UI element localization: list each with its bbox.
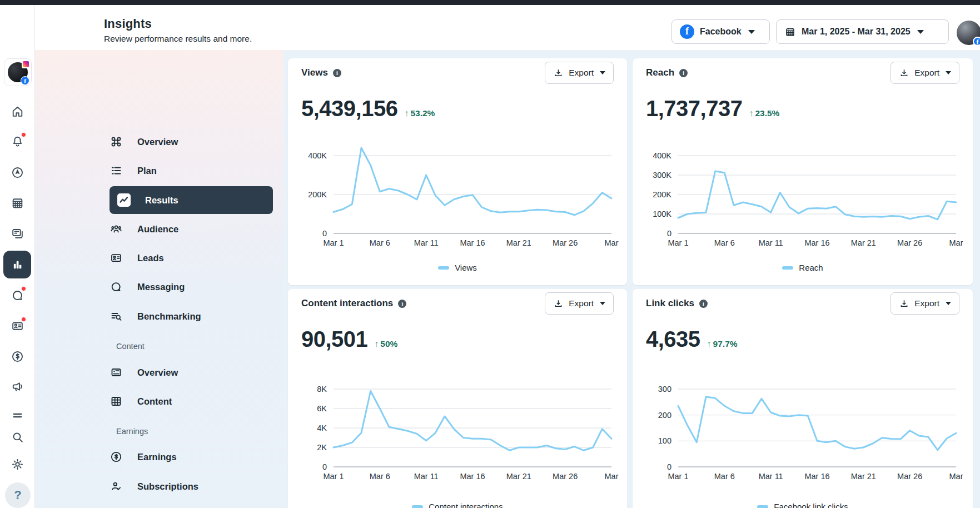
metric-delta-value: 23.5%	[755, 108, 779, 118]
info-icon[interactable]: i	[679, 69, 688, 77]
data-line	[334, 391, 611, 451]
sidebar-item-benchmarking[interactable]: Benchmarking	[110, 304, 273, 328]
content-interactions-chart[interactable]: 02K4K6K8KMar 1Mar 6Mar 11Mar 16Mar 21Mar…	[295, 378, 620, 486]
planner-icon[interactable]	[7, 192, 28, 213]
x-tick-label: Mar 16	[460, 238, 485, 247]
sidebar-item-content[interactable]: Content	[110, 389, 273, 414]
legend-label: Reach	[799, 263, 823, 272]
meta-business-suite-insights: ∞ Insights Review performance results an…	[0, 0, 980, 508]
x-tick-label: Mar 1	[323, 472, 344, 481]
left-rail: f ?	[0, 5, 35, 508]
reach-chart[interactable]: 0100K200K300K400KMar 1Mar 6Mar 11Mar 16M…	[639, 145, 965, 252]
y-tick-label: 200K	[653, 190, 671, 199]
chevron-down-icon	[917, 30, 924, 34]
sidebar-item-leads[interactable]: Leads	[110, 246, 273, 270]
x-tick-label: Mar	[605, 238, 619, 247]
date-range-dropdown[interactable]: Mar 1, 2025 - Mar 31, 2025	[776, 19, 949, 44]
sidebar-item-label: Plan	[137, 166, 157, 176]
chart-legend: Reach	[633, 263, 973, 272]
info-icon[interactable]: i	[398, 300, 406, 308]
export-button[interactable]: Export	[545, 292, 614, 315]
ads-icon[interactable]	[7, 376, 28, 397]
boost-icon[interactable]	[7, 162, 28, 183]
sidebar-item-overview[interactable]: Overview	[110, 360, 273, 385]
search-icon[interactable]	[7, 426, 28, 447]
facebook-badge-icon: f	[973, 37, 980, 46]
legend-label: Views	[455, 263, 477, 272]
card-title: Reach i	[646, 67, 688, 78]
sidebar-item-earnings[interactable]: Earnings	[110, 445, 273, 469]
sidebar-item-label: Subscriptions	[137, 481, 198, 492]
sidebar-item-overview[interactable]: Overview	[110, 130, 273, 154]
sidebar-item-label: Content	[137, 396, 172, 407]
y-tick-label: 0	[322, 462, 327, 471]
download-icon	[553, 68, 564, 78]
platform-selector-dropdown[interactable]: f Facebook	[671, 19, 770, 44]
y-tick-label: 200K	[308, 190, 327, 199]
export-button[interactable]: Export	[891, 62, 959, 84]
info-icon[interactable]: i	[333, 69, 341, 77]
legend-swatch	[412, 505, 423, 508]
x-tick-label: Mar 16	[804, 472, 829, 481]
x-tick-label: Mar 26	[553, 472, 578, 481]
results-icon	[117, 193, 131, 207]
plan-icon	[110, 164, 123, 177]
sidebar-item-results[interactable]: Results	[110, 186, 273, 214]
x-tick-label: Mar 11	[759, 238, 783, 247]
data-line	[678, 397, 956, 450]
y-tick-label: 2K	[317, 443, 327, 452]
settings-icon[interactable]	[7, 454, 28, 475]
help-button[interactable]: ?	[5, 482, 31, 508]
y-tick-label: 100K	[653, 210, 671, 218]
content-interactions-plot: 02K4K6K8KMar 1Mar 6Mar 11Mar 16Mar 21Mar…	[295, 378, 620, 486]
metric-value: 90,501	[301, 327, 367, 352]
sidebar-item-audience[interactable]: Audience	[110, 217, 273, 241]
reach-plot: 0100K200K300K400KMar 1Mar 6Mar 11Mar 16M…	[639, 145, 965, 252]
export-button[interactable]: Export	[891, 292, 959, 315]
x-tick-label: Mar 16	[460, 472, 485, 481]
instagram-badge-icon	[22, 60, 30, 68]
dollar-icon	[110, 450, 123, 464]
sidebar-item-plan[interactable]: Plan	[110, 158, 273, 183]
inbox-icon[interactable]	[7, 285, 28, 306]
monetization-icon[interactable]	[7, 346, 28, 367]
home-icon[interactable]	[7, 101, 28, 122]
download-icon	[899, 68, 909, 78]
x-tick-label: Mar 11	[414, 238, 439, 247]
sidebar-item-subscriptions[interactable]: Subscriptions	[110, 474, 273, 499]
metric-delta: 53.2%	[404, 108, 435, 118]
x-tick-label: Mar	[605, 472, 619, 481]
link-clicks-plot: 0100200300Mar 1Mar 6Mar 11Mar 16Mar 21Ma…	[639, 378, 965, 486]
sidebar-item-label: Results	[145, 195, 178, 206]
legend-label: Content interactions	[429, 502, 503, 508]
content-icon[interactable]	[7, 223, 28, 244]
calendar-icon	[784, 26, 796, 38]
sidebar-item-label: Messaging	[137, 282, 185, 292]
user-avatar[interactable]: f	[957, 21, 980, 45]
legend-swatch	[757, 505, 768, 508]
notifications-icon[interactable]	[7, 131, 28, 152]
sidebar-item-messaging[interactable]: Messaging	[110, 275, 273, 299]
y-tick-label: 4K	[317, 424, 327, 432]
legend-label: Facebook link clicks	[774, 502, 848, 508]
page-title: Insights	[104, 17, 252, 31]
export-button[interactable]: Export	[545, 62, 614, 84]
increase-arrow-icon	[374, 339, 379, 349]
insights-icon[interactable]	[3, 251, 31, 278]
card-title-text: Reach	[646, 67, 674, 78]
leads-icon[interactable]	[7, 315, 28, 336]
increase-arrow-icon	[404, 108, 409, 118]
views-chart[interactable]: 0200K400KMar 1Mar 6Mar 11Mar 16Mar 21Mar…	[295, 145, 620, 252]
metric-delta: 97.7%	[707, 339, 738, 349]
nav-section-header: Content	[116, 342, 145, 351]
business-page-avatar[interactable]: f	[4, 58, 32, 86]
date-range-label: Mar 1, 2025 - Mar 31, 2025	[802, 27, 911, 37]
link-clicks-chart[interactable]: 0100200300Mar 1Mar 6Mar 11Mar 16Mar 21Ma…	[639, 378, 965, 486]
metric-delta: 50%	[374, 339, 397, 349]
info-icon[interactable]: i	[699, 300, 708, 308]
sidebar-item-label: Overview	[137, 137, 178, 147]
all-tools-icon[interactable]	[7, 405, 28, 426]
audience-icon	[110, 222, 123, 236]
x-tick-label: Mar 21	[851, 472, 876, 481]
leads-icon	[110, 251, 123, 265]
